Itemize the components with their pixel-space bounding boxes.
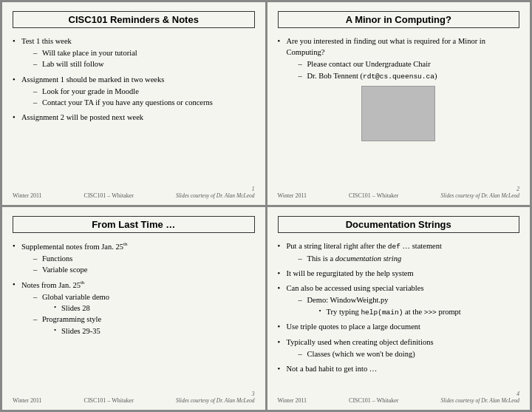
slide-1-footer: Winter 2011 CISC101 – Whitaker 1 Slides … [13, 186, 255, 199]
list-item: Use triple quotes to place a large docum… [278, 321, 520, 332]
footer-credit: Slides courtesy of Dr. Alan McLeod [176, 192, 255, 199]
list-item: Will take place in your tutorial [33, 47, 255, 58]
footer-left: Winter 2011 [278, 192, 307, 199]
footer-center: CISC101 – Whitaker [84, 192, 134, 199]
list-item: Demo: WindowWeight.py Try typing help(ma… [299, 294, 520, 317]
list-item: Can also be accessed using special varia… [278, 283, 520, 317]
slide-3-footer: Winter 2011 CISC101 – Whitaker 3 Slides … [13, 391, 255, 404]
list-item: Put a string literal right after the def… [278, 240, 520, 264]
list-item: Notes from Jan. 25th Global variable dem… [13, 279, 255, 337]
list-item: Assignment 1 should be marked in two wee… [13, 74, 255, 109]
footer-left: Winter 2011 [13, 397, 42, 404]
list-item: Lab will still follow [33, 58, 255, 70]
slide-1: CISC101 Reminders & Notes Test 1 this we… [2, 2, 265, 205]
slide-1-content: Test 1 this week Will take place in your… [13, 36, 255, 181]
page-number: 2 [440, 186, 519, 192]
photo-placeholder [361, 86, 435, 141]
slide-3-title: From Last Time … [13, 216, 255, 233]
footer-center: CISC101 – Whitaker [349, 192, 398, 199]
footer-right: 1 Slides courtesy of Dr. Alan McLeod [176, 186, 255, 199]
slide-4-title: Documentation Strings [278, 216, 520, 233]
page-number: 1 [176, 186, 255, 192]
footer-left: Winter 2011 [13, 192, 42, 199]
list-item: Are you interested in finding out what i… [278, 36, 520, 81]
footer-credit: Slides courtesy of Dr. Alan McLeod [176, 397, 255, 404]
slide-4-footer: Winter 2011 CISC101 – Whitaker 4 Slides … [278, 391, 520, 404]
slide-3: From Last Time … Supplemental notes from… [2, 207, 265, 410]
list-item: Classes (which we won't be doing) [299, 348, 520, 359]
slide-4: Documentation Strings Put a string liter… [267, 207, 531, 410]
footer-right: 2 Slides courtesy of Dr. Alan McLeod [440, 186, 519, 199]
slide-1-title: CISC101 Reminders & Notes [13, 11, 255, 28]
page-number: 4 [440, 391, 519, 397]
slide-2-footer: Winter 2011 CISC101 – Whitaker 2 Slides … [278, 186, 520, 199]
list-item: Assignment 2 will be posted next week [13, 112, 255, 123]
list-item: Look for your grade in Moodle [33, 86, 255, 97]
footer-center: CISC101 – Whitaker [349, 397, 398, 404]
list-item: Contact your TA if you have any question… [33, 97, 255, 108]
footer-left: Winter 2011 [278, 397, 307, 404]
list-item: Supplemental notes from Jan. 25th Functi… [13, 240, 255, 275]
footer-center: CISC101 – Whitaker [84, 397, 134, 404]
footer-right: 4 Slides courtesy of Dr. Alan McLeod [440, 391, 519, 404]
list-item: Slides 28 [54, 303, 255, 314]
list-item: Test 1 this week Will take place in your… [13, 36, 255, 70]
page-number: 3 [176, 391, 255, 397]
list-item: This is a documentation string [299, 253, 520, 264]
list-item: Please contact our Undergraduate Chair [299, 58, 520, 70]
list-item: Not a bad habit to get into … [278, 363, 520, 374]
list-item: Variable scope [33, 264, 255, 275]
footer-right: 3 Slides courtesy of Dr. Alan McLeod [176, 391, 255, 404]
list-item: Programming style Slides 29-35 [33, 314, 255, 336]
list-item: Slides 29-35 [54, 325, 255, 337]
footer-credit: Slides courtesy of Dr. Alan McLeod [440, 397, 519, 404]
footer-credit: Slides courtesy of Dr. Alan McLeod [440, 192, 519, 199]
list-item: Dr. Bob Tennent (rdt@cs.queensu.ca) [299, 70, 520, 82]
slide-4-content: Put a string literal right after the def… [278, 240, 520, 386]
list-item: It will be regurgitated by the help syst… [278, 268, 520, 279]
slide-2-title: A Minor in Computing? [278, 11, 520, 28]
slides-grid: CISC101 Reminders & Notes Test 1 this we… [0, 0, 532, 412]
list-item: Functions [33, 253, 255, 264]
list-item: Try typing help(main) at the >>> prompt [319, 306, 520, 318]
slide-3-content: Supplemental notes from Jan. 25th Functi… [13, 240, 255, 386]
slide-2: A Minor in Computing? Are you interested… [267, 2, 531, 205]
slide-2-content: Are you interested in finding out what i… [278, 36, 520, 181]
list-item: Global variable demo Slides 28 [33, 291, 255, 314]
list-item: Typically used when creating object defi… [278, 337, 520, 359]
